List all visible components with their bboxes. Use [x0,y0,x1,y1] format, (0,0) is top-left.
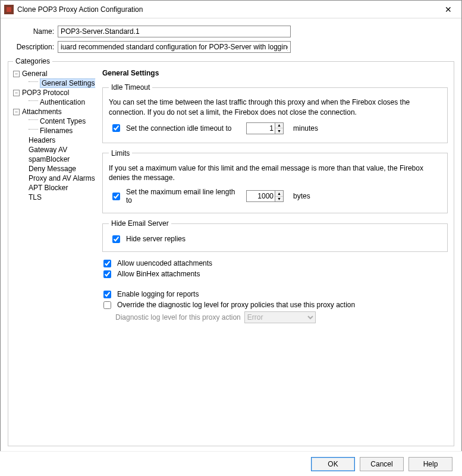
limits-group: Limits If you set a maximum value for th… [102,149,448,214]
loglevel-label: Diagnostic log level for this proxy acti… [115,313,241,321]
binhex-label: Allow BinHex attachments [117,270,200,278]
tree-item-content-types[interactable]: Content Types [12,116,95,126]
window-title: Clone POP3 Proxy Action Configuration [17,5,435,14]
description-label: Description: [11,43,54,51]
categories-tree[interactable]: −General General Settings −POP3 Protocol… [12,68,95,442]
categories-group: Categories −General General Settings −PO… [8,61,454,446]
limits-desc: If you set a maximum value for this limi… [109,163,441,184]
tree-item-general[interactable]: −General [12,69,95,78]
name-input[interactable] [58,26,291,37]
tree-item-general-settings[interactable]: General Settings [12,78,95,88]
tree-item-authentication[interactable]: Authentication [12,97,95,107]
categories-legend: Categories [13,57,52,65]
spinner-up-icon[interactable]: ▲ [275,123,283,129]
tree-item-attachments[interactable]: −Attachments [12,107,95,116]
spinner-down-icon[interactable]: ▼ [275,128,283,134]
hide-email-group: Hide Email Server Hide server replies [102,219,448,252]
hide-replies-checkbox[interactable] [112,235,120,243]
help-button[interactable]: Help [408,457,452,471]
binhex-checkbox[interactable] [103,270,111,278]
uuencoded-label: Allow uuencoded attachments [117,259,212,267]
idle-timeout-group: Idle Timeout You can set the time betwee… [102,83,448,143]
limits-unit: bytes [293,192,310,200]
tree-item-gateway-av[interactable]: Gateway AV [12,145,95,155]
idle-timeout-value[interactable] [246,122,275,134]
collapse-icon[interactable]: − [13,109,20,115]
title-bar: Clone POP3 Proxy Action Configuration ✕ [1,1,461,18]
name-label: Name: [11,27,54,36]
tree-item-pop3-protocol[interactable]: −POP3 Protocol [12,88,95,97]
cancel-button[interactable]: Cancel [360,457,404,471]
idle-timeout-legend: Idle Timeout [109,83,152,92]
idle-timeout-label: Set the connection idle timeout to [126,124,243,133]
spinner-up-icon[interactable]: ▲ [275,191,283,197]
spinner-down-icon[interactable]: ▼ [275,197,283,202]
tree-item-headers[interactable]: Headers [12,135,95,145]
app-icon [4,5,14,14]
override-loglevel-checkbox[interactable] [103,301,111,309]
hide-replies-label: Hide server replies [126,235,186,243]
description-input[interactable] [58,41,291,53]
close-button[interactable]: ✕ [435,1,461,18]
idle-timeout-unit: minutes [293,124,318,133]
hide-email-legend: Hide Email Server [109,219,171,228]
tree-item-spamblocker[interactable]: spamBlocker [12,155,95,164]
top-fields: Name: Description: [1,18,461,61]
settings-title: General Settings [102,69,448,77]
bottom-button-bar: OK Cancel Help [0,451,462,476]
collapse-icon[interactable]: − [13,90,20,96]
limits-value[interactable] [246,190,275,202]
tree-item-filenames[interactable]: Filenames [12,126,95,135]
tree-item-proxy-av-alarms[interactable]: Proxy and AV Alarms [12,174,95,183]
uuencoded-checkbox[interactable] [103,260,111,267]
limits-spinner[interactable]: ▲▼ [246,190,284,202]
collapse-icon[interactable]: − [13,71,20,77]
settings-panel: General Settings Idle Timeout You can se… [100,68,450,442]
limits-label: Set the maximum email line length to [126,188,243,204]
override-loglevel-label: Override the diagnostic log level for pr… [117,301,355,309]
idle-timeout-desc: You can set the time between the last tr… [109,97,441,118]
logging-label: Enable logging for reports [117,290,199,298]
close-icon: ✕ [445,5,452,14]
limits-legend: Limits [109,149,132,157]
loglevel-select: Error [244,311,316,323]
tree-item-deny-message[interactable]: Deny Message [12,164,95,174]
idle-timeout-spinner[interactable]: ▲▼ [246,122,284,134]
ok-button[interactable]: OK [311,457,355,471]
idle-timeout-checkbox[interactable] [112,124,120,132]
logging-checkbox[interactable] [103,291,111,298]
tree-item-apt-blocker[interactable]: APT Blocker [12,183,95,193]
tree-item-tls[interactable]: TLS [12,193,95,202]
limits-checkbox[interactable] [112,193,120,200]
